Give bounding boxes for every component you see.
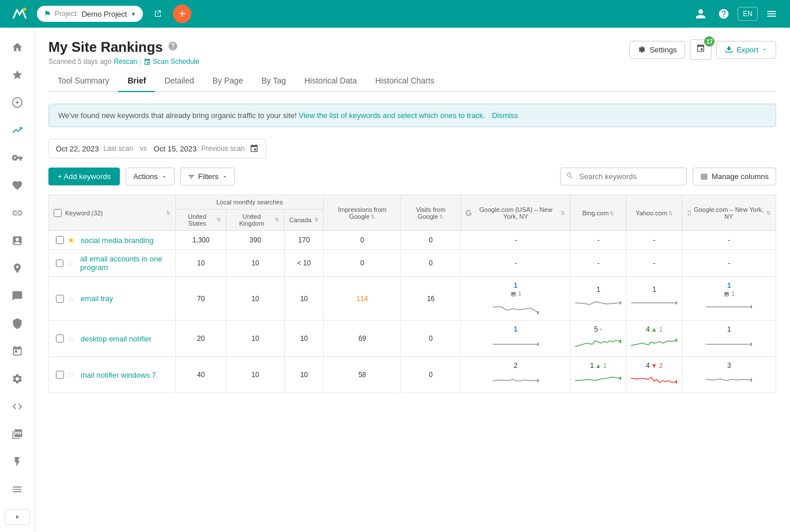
tab-tool-summary[interactable]: Tool Summary — [48, 70, 118, 92]
keyword-link[interactable]: desktop email notifier — [81, 335, 152, 343]
search-icon — [566, 172, 574, 181]
table-row: ★ social media branding 1,300 390 170 0 … — [49, 231, 776, 250]
tab-by-tag[interactable]: By Tag — [252, 70, 296, 92]
add-keywords-button[interactable]: + Add keywords — [48, 168, 120, 185]
sidebar-item-shield[interactable] — [5, 311, 30, 336]
sidebar-item-lightning[interactable] — [5, 449, 30, 474]
google-rank: - — [461, 231, 570, 250]
alert-banner: We've found new keywords that already br… — [48, 104, 776, 127]
alert-dismiss[interactable]: Dismiss — [492, 111, 519, 120]
rescan-link[interactable]: Rescan — [114, 58, 137, 66]
row-checkbox[interactable] — [56, 371, 64, 379]
tab-brief[interactable]: Brief — [118, 70, 155, 92]
search-input[interactable] — [560, 168, 687, 185]
row-checkbox[interactable] — [56, 335, 64, 343]
keyword-link[interactable]: mail notifier windows 7 — [81, 371, 156, 379]
sidebar-item-rankings[interactable] — [5, 117, 30, 143]
add-project-button[interactable]: + — [173, 5, 191, 23]
tab-historical-charts[interactable]: Historical Charts — [366, 70, 444, 92]
star-icon[interactable]: ☆ — [67, 294, 75, 303]
star-icon[interactable]: ★ — [67, 235, 75, 245]
row-checkbox[interactable] — [56, 236, 64, 244]
scan-schedule-link[interactable]: Scan Schedule — [143, 58, 199, 66]
svg-point-12 — [675, 380, 677, 383]
sidebar-item-pdf[interactable] — [5, 421, 30, 447]
alert-link[interactable]: View the list of keywords and select whi… — [299, 111, 485, 120]
keyword-link[interactable]: social media branding — [81, 236, 153, 245]
filter-icon — [188, 173, 195, 180]
sidebar-item-analytics[interactable] — [5, 90, 30, 115]
sidebar-expand-button[interactable] — [5, 509, 30, 525]
sidebar-item-favorites[interactable] — [5, 62, 30, 88]
user-icon-button[interactable] — [691, 5, 710, 23]
page-header: My Site Rankings Scanned 5 days ago Resc… — [48, 39, 776, 66]
mini-chart-bing — [575, 335, 621, 352]
keywords-table: Keyword (32) ⇅ Local monthly searches Im… — [48, 195, 776, 393]
keyword-column-header: Keyword (32) ⇅ — [49, 195, 176, 231]
tab-by-page[interactable]: By Page — [203, 70, 252, 92]
sidebar-item-location[interactable] — [5, 256, 30, 281]
sidebar-item-list[interactable] — [5, 477, 30, 502]
row-checkbox[interactable] — [56, 259, 63, 267]
sidebar-item-keywords[interactable] — [5, 145, 30, 170]
ca-header: Canada⇅ — [284, 210, 324, 231]
table-row: ☆ all email accounts in one program 10 1… — [49, 250, 776, 277]
external-link-button[interactable] — [150, 6, 166, 22]
date-range-selector[interactable]: Oct 22, 2023 Last scan vs Oct 15, 2023 P… — [48, 139, 266, 158]
star-icon[interactable]: ☆ — [67, 334, 75, 343]
google-com-header: Google.com (USA) – New York, NY ⇅ — [461, 195, 570, 231]
filters-button[interactable]: Filters — [180, 168, 235, 185]
calendar-button[interactable]: 17 — [690, 39, 712, 60]
table-row: ☆ desktop email notifier 20 10 10 69 0 1 — [49, 321, 776, 357]
uk-value: 10 — [226, 321, 284, 357]
google-rank: 1 — [461, 321, 570, 357]
actions-button[interactable]: Actions — [126, 168, 175, 185]
vs-separator: vs — [140, 145, 147, 153]
mini-chart-yahoo — [631, 335, 677, 352]
sidebar-item-reports[interactable] — [5, 228, 30, 253]
sidebar-item-links[interactable] — [5, 200, 30, 226]
project-label: Project: — [55, 10, 78, 18]
svg-point-3 — [619, 301, 621, 305]
local-monthly-searches-header: Local monthly searches — [176, 195, 324, 210]
row-checkbox[interactable] — [56, 295, 64, 303]
keyword-link[interactable]: all email accounts in one program — [80, 254, 171, 272]
tab-detailed[interactable]: Detailed — [155, 70, 203, 92]
svg-point-5 — [750, 305, 752, 309]
ca-value: 10 — [284, 321, 324, 357]
language-button[interactable]: EN — [738, 7, 758, 21]
select-all-checkbox[interactable] — [54, 209, 62, 217]
keyword-cell: ★ social media branding — [49, 231, 176, 250]
manage-columns-button[interactable]: Manage columns — [693, 168, 776, 185]
google-mobile-header: Google.com – New York, NY ⇅ — [682, 195, 776, 231]
mini-chart-google-mobile — [706, 371, 752, 388]
svg-point-8 — [675, 339, 677, 342]
table-row: ☆ mail notifier windows 7 40 10 10 58 0 … — [49, 357, 776, 393]
tab-historical-data[interactable]: Historical Data — [295, 70, 366, 92]
export-button[interactable]: Export — [716, 41, 776, 59]
keyword-link[interactable]: email tray — [81, 294, 113, 303]
help-icon-button[interactable] — [715, 5, 733, 23]
sidebar-item-calendar[interactable] — [5, 339, 30, 364]
project-icon: ⚑ — [44, 9, 51, 18]
sidebar-item-home[interactable] — [5, 35, 30, 60]
star-icon[interactable]: ☆ — [67, 259, 74, 268]
impressions-value: 0 — [324, 231, 400, 250]
project-selector[interactable]: ⚑ Project: Demo Project ▼ — [37, 6, 143, 22]
svg-point-4 — [675, 301, 677, 305]
impressions-google-header: Impressions from Google⇅ — [324, 195, 400, 231]
settings-button[interactable]: Settings — [629, 41, 685, 59]
star-icon[interactable]: ☆ — [67, 370, 75, 379]
visits-value: 0 — [400, 321, 461, 357]
sidebar-item-health[interactable] — [5, 173, 30, 198]
sidebar-item-messages[interactable] — [5, 283, 30, 309]
menu-icon-button[interactable] — [762, 5, 781, 23]
help-circle-icon[interactable] — [168, 41, 178, 54]
google-rank: 2 — [461, 357, 570, 393]
impressions-value: 58 — [324, 357, 400, 393]
sidebar-item-rocket[interactable] — [5, 394, 30, 419]
bing-rank: - — [570, 250, 626, 277]
sort-icon: ⇅ — [166, 210, 171, 216]
us-value: 70 — [176, 277, 226, 321]
sidebar-item-settings[interactable] — [5, 366, 30, 392]
